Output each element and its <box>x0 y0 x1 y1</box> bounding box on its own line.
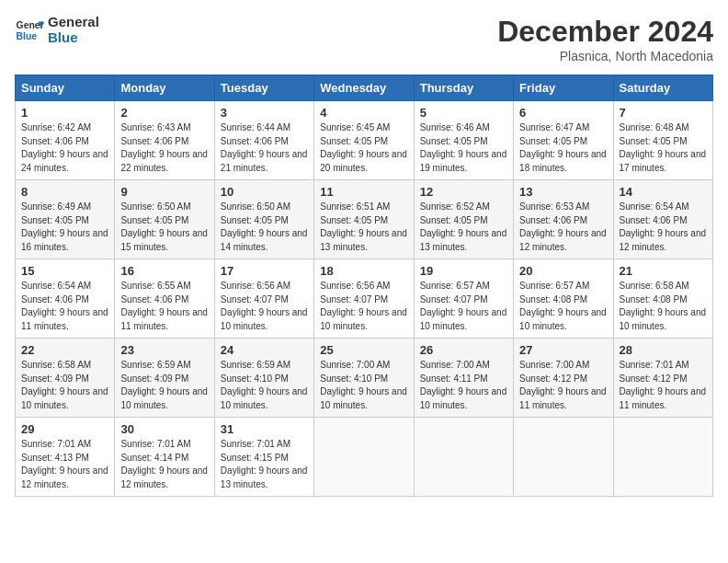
location-subtitle: Plasnica, North Macedonia <box>497 49 713 63</box>
calendar-cell: 13Sunrise: 6:53 AMSunset: 4:06 PMDayligh… <box>514 180 613 259</box>
day-details: Sunrise: 6:50 AMSunset: 4:05 PMDaylight:… <box>120 201 208 254</box>
day-number: 27 <box>519 343 607 357</box>
day-number: 29 <box>21 422 108 436</box>
day-number: 12 <box>420 185 507 199</box>
calendar-cell: 21Sunrise: 6:58 AMSunset: 4:08 PMDayligh… <box>613 259 712 339</box>
calendar-cell: 9Sunrise: 6:50 AMSunset: 4:05 PMDaylight… <box>115 180 214 259</box>
calendar-cell <box>314 418 414 497</box>
calendar-cell: 15Sunrise: 6:54 AMSunset: 4:06 PMDayligh… <box>16 259 115 339</box>
day-number: 7 <box>620 106 707 120</box>
day-number: 24 <box>221 343 308 357</box>
logo: General Blue General Blue <box>15 15 99 45</box>
calendar-cell: 16Sunrise: 6:55 AMSunset: 4:06 PMDayligh… <box>115 259 214 339</box>
logo-icon: General Blue <box>15 16 44 45</box>
day-details: Sunrise: 6:59 AMSunset: 4:10 PMDaylight:… <box>221 359 308 412</box>
calendar-cell: 18Sunrise: 6:56 AMSunset: 4:07 PMDayligh… <box>314 259 414 339</box>
calendar-cell: 23Sunrise: 6:59 AMSunset: 4:09 PMDayligh… <box>115 339 214 418</box>
calendar-cell: 31Sunrise: 7:01 AMSunset: 4:15 PMDayligh… <box>214 418 313 497</box>
day-number: 30 <box>120 422 208 436</box>
calendar-cell: 5Sunrise: 6:46 AMSunset: 4:05 PMDaylight… <box>414 101 513 180</box>
day-number: 13 <box>519 185 607 199</box>
calendar-cell: 7Sunrise: 6:48 AMSunset: 4:05 PMDaylight… <box>613 101 712 180</box>
logo-text-blue: Blue <box>48 30 99 46</box>
calendar-cell: 19Sunrise: 6:57 AMSunset: 4:07 PMDayligh… <box>414 259 513 339</box>
day-details: Sunrise: 6:47 AMSunset: 4:05 PMDaylight:… <box>519 121 607 175</box>
calendar-cell: 4Sunrise: 6:45 AMSunset: 4:05 PMDaylight… <box>314 101 414 180</box>
calendar-cell: 24Sunrise: 6:59 AMSunset: 4:10 PMDayligh… <box>214 339 313 418</box>
col-sunday: Sunday <box>16 75 115 101</box>
day-number: 19 <box>420 264 507 278</box>
col-wednesday: Wednesday <box>314 75 414 101</box>
day-details: Sunrise: 6:43 AMSunset: 4:06 PMDaylight:… <box>120 121 208 175</box>
day-number: 16 <box>120 264 208 278</box>
calendar-cell: 26Sunrise: 7:00 AMSunset: 4:11 PMDayligh… <box>414 339 513 418</box>
day-details: Sunrise: 7:01 AMSunset: 4:12 PMDaylight:… <box>620 359 707 412</box>
day-number: 20 <box>519 264 607 278</box>
calendar-cell: 1Sunrise: 6:42 AMSunset: 4:06 PMDaylight… <box>16 101 115 180</box>
calendar-cell <box>514 418 613 497</box>
calendar-cell: 6Sunrise: 6:47 AMSunset: 4:05 PMDaylight… <box>514 101 613 180</box>
calendar-cell: 28Sunrise: 7:01 AMSunset: 4:12 PMDayligh… <box>613 339 712 418</box>
calendar-cell <box>414 418 513 497</box>
day-number: 22 <box>21 343 108 357</box>
calendar-cell: 25Sunrise: 7:00 AMSunset: 4:10 PMDayligh… <box>314 339 414 418</box>
day-details: Sunrise: 6:59 AMSunset: 4:09 PMDaylight:… <box>120 359 208 412</box>
day-details: Sunrise: 6:53 AMSunset: 4:06 PMDaylight:… <box>519 201 607 254</box>
day-details: Sunrise: 6:45 AMSunset: 4:05 PMDaylight:… <box>320 121 407 175</box>
calendar-cell: 12Sunrise: 6:52 AMSunset: 4:05 PMDayligh… <box>414 180 513 259</box>
day-number: 28 <box>620 343 707 357</box>
page-header: General Blue General Blue December 2024 … <box>15 15 713 63</box>
day-number: 18 <box>320 264 407 278</box>
day-number: 1 <box>21 106 108 120</box>
day-number: 14 <box>620 185 707 199</box>
day-details: Sunrise: 6:57 AMSunset: 4:08 PMDaylight:… <box>519 280 607 333</box>
calendar-cell: 2Sunrise: 6:43 AMSunset: 4:06 PMDaylight… <box>115 101 214 180</box>
day-details: Sunrise: 6:50 AMSunset: 4:05 PMDaylight:… <box>221 201 308 254</box>
col-friday: Friday <box>514 75 613 101</box>
day-details: Sunrise: 6:54 AMSunset: 4:06 PMDaylight:… <box>21 280 108 333</box>
calendar-cell: 10Sunrise: 6:50 AMSunset: 4:05 PMDayligh… <box>214 180 313 259</box>
month-year-title: December 2024 <box>497 15 713 49</box>
day-details: Sunrise: 6:58 AMSunset: 4:09 PMDaylight:… <box>21 359 108 412</box>
day-details: Sunrise: 7:01 AMSunset: 4:13 PMDaylight:… <box>21 438 108 491</box>
calendar-cell: 29Sunrise: 7:01 AMSunset: 4:13 PMDayligh… <box>16 418 115 497</box>
day-number: 10 <box>221 185 308 199</box>
day-details: Sunrise: 6:51 AMSunset: 4:05 PMDaylight:… <box>320 201 407 254</box>
calendar-cell: 11Sunrise: 6:51 AMSunset: 4:05 PMDayligh… <box>314 180 414 259</box>
day-number: 6 <box>519 106 607 120</box>
day-number: 31 <box>221 422 308 436</box>
day-details: Sunrise: 6:46 AMSunset: 4:05 PMDaylight:… <box>420 121 507 175</box>
calendar-cell: 8Sunrise: 6:49 AMSunset: 4:05 PMDaylight… <box>16 180 115 259</box>
day-number: 5 <box>420 106 507 120</box>
day-number: 11 <box>320 185 407 199</box>
day-details: Sunrise: 6:56 AMSunset: 4:07 PMDaylight:… <box>221 280 308 333</box>
calendar-table: Sunday Monday Tuesday Wednesday Thursday… <box>15 75 713 497</box>
day-details: Sunrise: 6:54 AMSunset: 4:06 PMDaylight:… <box>620 201 707 254</box>
calendar-header-row: Sunday Monday Tuesday Wednesday Thursday… <box>16 75 713 101</box>
day-details: Sunrise: 6:55 AMSunset: 4:06 PMDaylight:… <box>120 280 208 333</box>
logo-text-general: General <box>48 15 99 30</box>
col-monday: Monday <box>115 75 214 101</box>
day-number: 15 <box>21 264 108 278</box>
day-number: 4 <box>320 106 407 120</box>
calendar-cell <box>613 418 712 497</box>
day-details: Sunrise: 6:44 AMSunset: 4:06 PMDaylight:… <box>221 121 308 175</box>
calendar-cell: 3Sunrise: 6:44 AMSunset: 4:06 PMDaylight… <box>214 101 313 180</box>
day-number: 25 <box>320 343 407 357</box>
day-number: 3 <box>221 106 308 120</box>
day-number: 21 <box>620 264 707 278</box>
day-details: Sunrise: 7:01 AMSunset: 4:14 PMDaylight:… <box>120 438 208 491</box>
calendar-cell: 17Sunrise: 6:56 AMSunset: 4:07 PMDayligh… <box>214 259 313 339</box>
day-number: 26 <box>420 343 507 357</box>
day-number: 9 <box>120 185 208 199</box>
col-saturday: Saturday <box>613 75 712 101</box>
calendar-cell: 27Sunrise: 7:00 AMSunset: 4:12 PMDayligh… <box>514 339 613 418</box>
calendar-cell: 22Sunrise: 6:58 AMSunset: 4:09 PMDayligh… <box>16 339 115 418</box>
col-tuesday: Tuesday <box>214 75 313 101</box>
calendar-cell: 20Sunrise: 6:57 AMSunset: 4:08 PMDayligh… <box>514 259 613 339</box>
day-details: Sunrise: 6:56 AMSunset: 4:07 PMDaylight:… <box>320 280 407 333</box>
day-details: Sunrise: 7:00 AMSunset: 4:10 PMDaylight:… <box>320 359 407 412</box>
title-block: December 2024 Plasnica, North Macedonia <box>497 15 713 63</box>
day-details: Sunrise: 6:52 AMSunset: 4:05 PMDaylight:… <box>420 201 507 254</box>
day-details: Sunrise: 6:57 AMSunset: 4:07 PMDaylight:… <box>420 280 507 333</box>
